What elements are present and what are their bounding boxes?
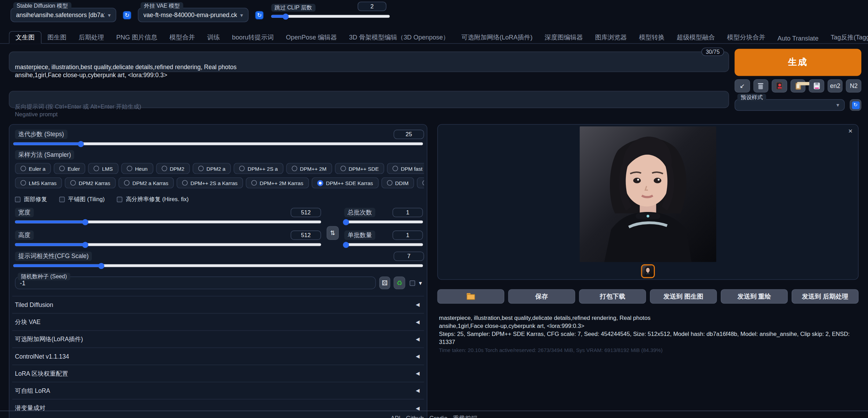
swap-dimensions-button[interactable]: ⇅ (327, 226, 339, 240)
collapse-icon: ◀ (416, 353, 420, 359)
tiling-checkbox[interactable]: 平铺图 (Tiling) (59, 196, 105, 203)
main-tab-bar: 文生图 图生图 后期处理 PNG 图片信息 模型合并 训练 booru转提示词 … (0, 32, 868, 44)
batch-size-slider[interactable] (344, 243, 423, 246)
restore-faces-checkbox[interactable]: 面部修复 (15, 196, 47, 203)
sampler-dpm-fast[interactable]: DPM fast (387, 163, 424, 174)
radio-icon (59, 166, 65, 171)
tab-extras[interactable]: 后期处理 (73, 31, 110, 43)
clip-skip-slider[interactable] (271, 15, 390, 18)
collapse-icon: ◀ (416, 405, 420, 411)
width-value[interactable]: 512 (291, 208, 321, 217)
refresh-vae-button[interactable]: ↻ (255, 11, 263, 20)
sampler-dpm2-karras[interactable]: DPM2 Karras (65, 177, 116, 189)
save-button[interactable]: 保存 (508, 289, 575, 303)
thumbnail-selected[interactable] (641, 264, 655, 278)
translate-n2-button[interactable]: N2 (846, 79, 861, 93)
output-buttons-row: 保存 打包下载 发送到 图生图 发送到 重绘 发送到 后期处理 (437, 289, 859, 303)
sampler-euler-a[interactable]: Euler a (15, 163, 51, 174)
open-folder-button[interactable] (437, 289, 504, 303)
tab-super-merger[interactable]: 超级模型融合 (671, 31, 721, 43)
paste-last-prompt-button[interactable]: ↙ (735, 79, 750, 93)
tab-tagger[interactable]: Tag反推(Tagger) (825, 31, 868, 43)
accordion-tiled-vae[interactable]: 分块 VAE◀ (12, 314, 424, 331)
tab-3d-openpose[interactable]: 3D 骨架模型编辑（3D Openpose） (343, 31, 455, 43)
tab-img2img[interactable]: 图生图 (41, 31, 73, 43)
translate-en2-button[interactable]: en2 (828, 79, 843, 93)
save-style-button[interactable] (809, 79, 824, 93)
sampler-euler[interactable]: Euler (54, 163, 85, 174)
batch-size-value[interactable]: 1 (392, 230, 423, 240)
tab-auto-translate[interactable]: Auto Translate (771, 33, 825, 43)
refresh-model-button[interactable]: ↻ (123, 11, 131, 20)
steps-value[interactable]: 25 (394, 130, 424, 139)
generated-image[interactable] (579, 126, 716, 262)
refresh-icon: ↻ (125, 12, 129, 18)
sampler-lms-karras[interactable]: LMS Karras (15, 177, 62, 189)
random-seed-button[interactable]: ⚄ (379, 277, 390, 289)
token-counter: 30/75 (701, 47, 724, 56)
tab-depth-editor[interactable]: 深度图编辑器 (539, 31, 589, 43)
sampler-lms[interactable]: LMS (88, 163, 119, 174)
sampler-dpmpp-2m-karras[interactable]: DPM++ 2M Karras (246, 177, 309, 189)
sampler-heun[interactable]: Heun (121, 163, 153, 174)
cfg-scale-value[interactable]: 7 (394, 251, 424, 261)
extra-networks-button[interactable] (772, 79, 787, 93)
batch-count-slider[interactable] (344, 221, 423, 223)
send-to-extras-button[interactable]: 发送到 后期处理 (792, 289, 859, 303)
footer-links[interactable]: API · Github · Gradio · 重载前端 (0, 415, 868, 418)
clip-skip-value[interactable]: 2 (358, 2, 387, 11)
width-slider[interactable] (15, 221, 321, 223)
accordion-additional-networks[interactable]: 可选附加网络(LoRA插件)◀ (12, 331, 424, 348)
sampler-dpm2-a[interactable]: DPM2 a (193, 163, 231, 174)
tab-train[interactable]: 训练 (201, 31, 226, 43)
clear-prompt-button[interactable] (753, 79, 769, 93)
cfg-scale-slider[interactable] (13, 264, 423, 267)
tab-image-browser[interactable]: 图库浏览器 (589, 31, 633, 43)
swap-icon: ⇅ (330, 229, 335, 237)
accordion-composable-lora[interactable]: 可自组 LoRA◀ (12, 382, 424, 399)
seed-extra-checkbox[interactable] (410, 280, 415, 286)
reuse-seed-button[interactable]: ♻ (394, 277, 405, 289)
sampler-dpmpp-2s-a[interactable]: DPM++ 2S a (234, 163, 283, 174)
sampler-ddim[interactable]: DDIM (381, 177, 414, 189)
seed-row: 随机数种子 (Seed) -1 ⚄ ♻ ▼ (15, 277, 423, 289)
zip-download-button[interactable]: 打包下载 (579, 289, 646, 303)
tab-openpose-editor[interactable]: OpenPose 编辑器 (280, 31, 343, 43)
steps-slider[interactable] (13, 142, 423, 145)
negative-prompt-textarea[interactable]: 反向提示词 (按 Ctrl+Enter 或 Alt+Enter 开始生成) Ne… (9, 91, 729, 108)
apply-style-button[interactable] (790, 79, 806, 93)
tab-model-block-merge[interactable]: 模型分块合并 (721, 31, 771, 43)
sampler-dpm2-a-karras[interactable]: DPM2 a Karras (119, 177, 174, 189)
accordion-tiled-diffusion[interactable]: Tiled Diffusion◀ (12, 296, 424, 314)
prompt-textarea[interactable]: masterpiece, illustration,best quality,d… (9, 52, 729, 72)
tab-additional-networks[interactable]: 可选附加网络(LoRA插件) (455, 31, 539, 43)
send-to-img2img-button[interactable]: 发送到 图生图 (650, 289, 717, 303)
send-to-inpaint-button[interactable]: 发送到 重绘 (721, 289, 788, 303)
tab-booru-tag[interactable]: booru转提示词 (226, 31, 280, 43)
sampler-dpmpp-2s-a-karras[interactable]: DPM++ 2S a Karras (177, 177, 243, 189)
sampler-dpmpp-sde-karras-selected[interactable]: DPM++ SDE Karras (312, 177, 379, 189)
tab-model-convert[interactable]: 模型转换 (633, 31, 671, 43)
folder-icon (467, 293, 475, 300)
steps-label: 迭代步数 (Steps) (15, 130, 67, 139)
sampler-dpm2[interactable]: DPM2 (156, 163, 190, 174)
generate-button[interactable]: 生成 (735, 49, 861, 76)
tab-checkpoint-merger[interactable]: 模型合并 (163, 31, 201, 43)
close-icon[interactable]: × (848, 127, 853, 135)
accordion-lora-block-weight[interactable]: LoRA 区块权重配置◀ (12, 365, 424, 382)
height-slider[interactable] (15, 243, 321, 246)
sampler-label: 采样方法 (Sampler) (15, 150, 74, 160)
accordion-controlnet[interactable]: ControlNet v1.1.134◀ (12, 348, 424, 365)
tab-png-info[interactable]: PNG 图片信息 (110, 31, 164, 43)
hires-fix-checkbox[interactable]: 高分辨率修复 (Hires. fix) (117, 196, 189, 203)
output-column: × 保存 打包下载 发送到 图生图 发送到 重绘 发送到 后期处理 master… (437, 124, 859, 353)
sampler-dpmpp-2m[interactable]: DPM++ 2M (286, 163, 332, 174)
height-value[interactable]: 512 (291, 230, 321, 240)
batch-count-value[interactable]: 1 (392, 208, 423, 217)
seed-extra-menu-icon[interactable]: ▼ (418, 280, 423, 286)
sampler-plms[interactable]: PLMS (417, 177, 424, 189)
checkbox-icon (117, 197, 122, 202)
tab-txt2img[interactable]: 文生图 (9, 31, 41, 44)
refresh-styles-button[interactable]: ↻ (850, 99, 861, 111)
sampler-dpmpp-sde[interactable]: DPM++ SDE (335, 163, 384, 174)
